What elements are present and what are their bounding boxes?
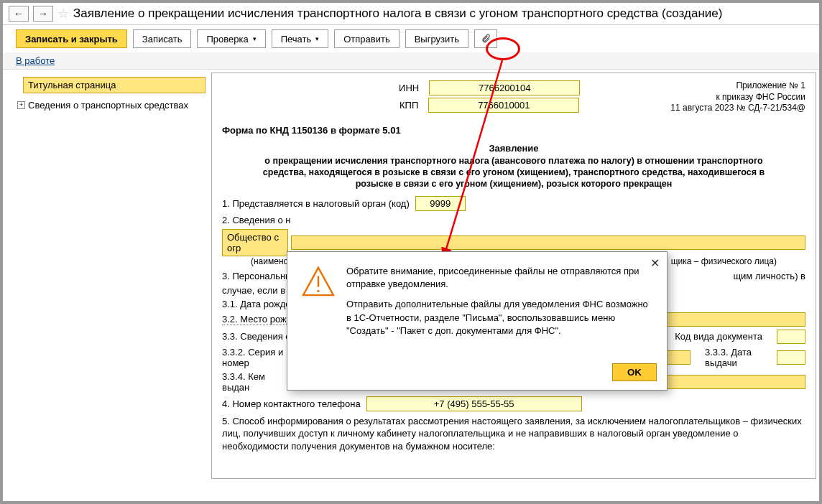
nav-back-button[interactable]: ←	[9, 6, 29, 22]
tax-code-field[interactable]: 9999	[415, 196, 466, 211]
print-button[interactable]: Печать▾	[272, 29, 329, 48]
phone-field[interactable]: +7 (495) 555-55-55	[366, 396, 582, 411]
window-title: Заявление о прекращении исчисления транс…	[73, 6, 813, 21]
dialog-message: Обратите внимание, присоединенные файлы …	[346, 265, 652, 345]
sidebar-item-title-page[interactable]: Титульная страница	[23, 77, 206, 93]
dialog-ok-button[interactable]: OK	[612, 363, 657, 381]
paperclip-icon	[481, 34, 491, 44]
svg-point-3	[317, 290, 319, 292]
attachment-button[interactable]	[474, 29, 497, 48]
sidebar: Титульная страница + Сведения о транспор…	[3, 70, 211, 482]
expand-icon[interactable]: +	[17, 101, 25, 109]
org-name-field-left[interactable]: Общество с огр	[222, 229, 288, 256]
inn-field[interactable]: 7766200104	[429, 80, 580, 95]
export-button[interactable]: Выгрузить	[405, 29, 468, 48]
status-link[interactable]: В работе	[3, 52, 819, 70]
chevron-down-icon: ▾	[253, 35, 257, 42]
nav-forward-button[interactable]: →	[33, 6, 53, 22]
appendix-info: Приложение № 1 к приказу ФНС России 11 а…	[670, 80, 805, 114]
org-name-field-right[interactable]	[291, 235, 805, 250]
doc-code-field[interactable]	[777, 330, 805, 344]
inn-label: ИНН	[399, 83, 419, 93]
form-code: Форма по КНД 1150136 в формате 5.01	[222, 125, 805, 136]
dialog-close-button[interactable]: ✕	[650, 256, 660, 270]
send-button[interactable]: Отправить	[334, 29, 399, 48]
check-button[interactable]: Проверка▾	[197, 29, 265, 48]
warning-dialog: ✕ Обратите внимание, присоединенные файл…	[287, 251, 668, 391]
save-and-close-button[interactable]: Записать и закрыть	[16, 29, 127, 48]
kpp-field[interactable]: 7766010001	[428, 98, 579, 113]
sidebar-item-vehicles[interactable]: + Сведения о транспортных средствах	[13, 98, 206, 113]
issue-date-field[interactable]	[777, 350, 805, 365]
chevron-down-icon: ▾	[315, 35, 319, 42]
declaration-title: Заявление о прекращении исчисления транс…	[251, 143, 777, 190]
favorite-star-icon[interactable]: ☆	[57, 6, 69, 22]
save-button[interactable]: Записать	[133, 29, 192, 48]
row1-label: 1. Представляется в налоговый орган (код…	[222, 198, 410, 209]
kpp-label: КПП	[400, 100, 418, 111]
row2-label: 2. Сведения о н	[222, 215, 290, 225]
warning-icon	[302, 265, 335, 298]
